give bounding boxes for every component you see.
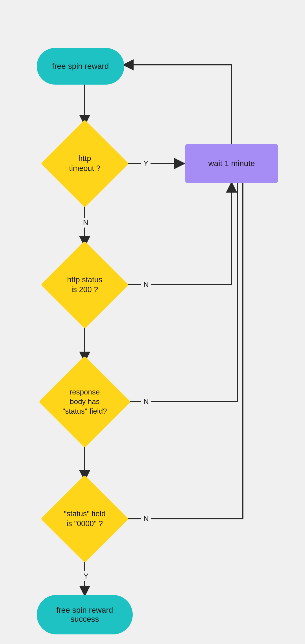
terminator-start-label: free spin reward [52, 62, 109, 71]
decision-d1-line1: http [69, 154, 100, 164]
terminator-start: free spin reward [37, 48, 124, 85]
edge-label-d3-n: N [141, 397, 151, 407]
terminator-success-line1: free spin reward [56, 606, 113, 615]
decision-http-timeout: http timeout ? [54, 133, 116, 195]
process-wait-label: wait 1 minute [208, 159, 255, 168]
decision-d4-line2: is "0000" ? [64, 519, 106, 529]
decision-d2-line2: is 200 ? [67, 285, 103, 295]
decision-status-0000: "status" field is "0000" ? [54, 488, 116, 550]
decision-d3-line3: "status" field? [62, 407, 107, 416]
decision-d2-line1: http status [67, 275, 103, 285]
terminator-success: free spin reward success [37, 595, 133, 634]
decision-d4-line1: "status" field [64, 509, 106, 519]
edge-label-d1-n: N [81, 218, 91, 228]
decision-d1-line2: timeout ? [69, 164, 100, 173]
edge-label-d1-y: Y [141, 158, 151, 168]
terminator-success-line2: success [56, 615, 113, 624]
decision-d3-line2: body has [62, 397, 107, 407]
process-wait: wait 1 minute [185, 144, 278, 183]
edge-label-d2-n: N [141, 280, 151, 290]
decision-http-status-200: http status is 200 ? [54, 254, 116, 316]
edge-label-d4-y: Y [81, 571, 91, 581]
flow-edges [0, 0, 305, 644]
edge-label-d4-n: N [141, 514, 151, 524]
decision-body-has-status: response body has "status" field? [52, 369, 117, 434]
decision-d3-line1: response [62, 387, 107, 397]
